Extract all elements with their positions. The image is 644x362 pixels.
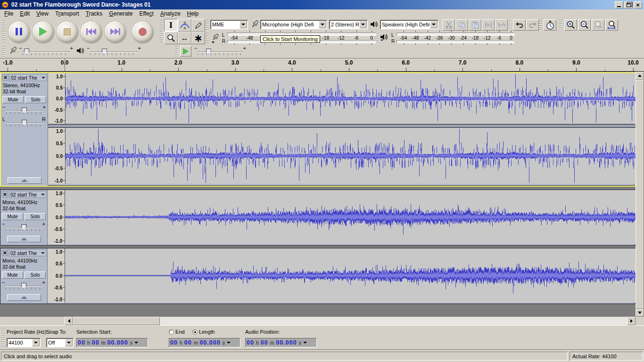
track-close-button[interactable]: ✕ [2, 191, 8, 197]
envelope-tool-button[interactable] [178, 19, 191, 32]
sync-lock-button[interactable] [544, 19, 556, 31]
track-panel-area[interactable]: ✕02 start TheStereo, 44100Hz32-bit float… [0, 72, 636, 317]
recording-device-dropdown-icon[interactable] [319, 21, 326, 28]
tools-toolbar-grip[interactable] [159, 19, 163, 44]
draw-tool-button[interactable] [191, 19, 205, 32]
waveform-display[interactable] [66, 128, 636, 184]
menu-generate[interactable]: Generate [106, 10, 136, 17]
scroll-down-button[interactable] [636, 309, 644, 317]
menu-file[interactable]: File [1, 10, 17, 17]
audio-host-select[interactable]: MME [210, 20, 248, 29]
end-radio[interactable]: End [169, 329, 185, 335]
track-close-button[interactable]: ✕ [2, 74, 8, 81]
menu-transport[interactable]: Transport [52, 10, 83, 17]
selection-start-field[interactable]: 00h00m00.000s [76, 338, 148, 347]
pan-slider[interactable]: LR [2, 118, 46, 127]
track-close-button[interactable]: ✕ [2, 250, 8, 256]
recording-channels-dropdown-icon[interactable] [359, 21, 367, 28]
zoom-toolbar-grip[interactable] [559, 20, 562, 30]
solo-button[interactable]: Solo [25, 96, 46, 103]
track-1[interactable]: ✕02 start TheStereo, 44100Hz32-bit float… [0, 72, 636, 187]
undo-button[interactable] [513, 19, 526, 31]
gain-slider[interactable]: −+ [2, 106, 46, 115]
audio-host-dropdown-icon[interactable] [239, 21, 247, 28]
gain-slider[interactable]: −+ [2, 223, 45, 231]
solo-button[interactable]: Solo [25, 213, 46, 220]
zoom-out-button[interactable] [578, 19, 591, 31]
audio-position-field[interactable]: 00h00m00.000s [245, 338, 317, 347]
horizontal-scroll-thumb[interactable] [73, 317, 160, 325]
vertical-scale-ruler[interactable]: 1.00.50.0-0.5-1.0 [48, 128, 66, 184]
vertical-scale-ruler[interactable]: 1.00.50.0-0.5-1.0 [48, 73, 66, 124]
collapse-track-button[interactable] [7, 294, 41, 301]
vertical-scale-ruler[interactable]: 1.00.50.0-0.5-1.0 [48, 190, 65, 244]
timeshift-tool-button[interactable]: ↔ [178, 32, 191, 44]
menu-view[interactable]: View [33, 10, 52, 17]
close-button[interactable]: × [634, 1, 642, 8]
project-rate-select[interactable]: 44100 [7, 338, 41, 347]
time-field-dropdown-icon[interactable] [227, 342, 231, 344]
snap-to-dropdown-icon[interactable] [65, 339, 73, 346]
zoom-in-button[interactable] [564, 19, 577, 31]
playback-speed-slider[interactable]: − + [194, 47, 246, 57]
recording-channels-select[interactable]: 2 (Stereo) Re [329, 20, 368, 29]
selection-length-field[interactable]: 00h00m00.000s [169, 338, 240, 347]
recording-device-select[interactable]: Microphone (High Defi [260, 20, 327, 29]
device-toolbar-grip[interactable] [206, 20, 209, 30]
silence-audio-button[interactable] [495, 19, 508, 31]
play-button[interactable] [32, 21, 54, 42]
record-button[interactable] [132, 21, 153, 42]
cut-button[interactable] [442, 19, 455, 31]
redo-button[interactable] [526, 19, 539, 31]
end-radio-icon[interactable] [169, 329, 174, 335]
time-field-dropdown-icon[interactable] [303, 342, 307, 344]
stop-button[interactable] [56, 21, 78, 42]
playback-volume-slider[interactable]: − + [87, 47, 141, 57]
time-field-dropdown-icon[interactable] [134, 342, 138, 344]
collapse-track-button[interactable] [8, 177, 41, 184]
playback-device-select[interactable]: Speakers (High Definit [380, 20, 438, 29]
collapse-track-button[interactable] [7, 236, 41, 242]
fit-selection-button[interactable] [592, 19, 604, 31]
pause-button[interactable] [8, 21, 30, 42]
vertical-scale-ruler[interactable]: 1.00.50.0-0.5-1.0 [48, 248, 65, 303]
mixer-toolbar-grip[interactable] [2, 47, 5, 57]
track-name-menu[interactable]: 02 start The [9, 249, 46, 256]
menu-help[interactable]: Help [184, 10, 202, 17]
scroll-up-button[interactable] [636, 72, 644, 80]
transport-toolbar-grip[interactable] [2, 19, 5, 44]
track-2[interactable]: ✕02 start TheMono, 44100Hz32-bit floatMu… [0, 189, 636, 246]
mute-button[interactable]: Mute [2, 213, 23, 220]
menu-analyze[interactable]: Analyze [157, 10, 184, 17]
fit-project-button[interactable] [605, 19, 618, 31]
synclock-toolbar-grip[interactable] [539, 20, 542, 30]
project-rate-dropdown-icon[interactable] [32, 339, 40, 346]
record-meter-mic-icon[interactable] [211, 33, 220, 43]
play-meter-speaker-icon[interactable] [380, 33, 388, 41]
waveform-display[interactable] [65, 248, 636, 303]
vertical-scroll-thumb[interactable] [636, 80, 644, 309]
scroll-right-button[interactable] [627, 317, 636, 325]
play-at-speed-button[interactable] [180, 46, 191, 57]
multi-tool-button[interactable]: ∗ [191, 32, 205, 44]
skip-to-start-button[interactable] [80, 21, 102, 42]
track-name-menu[interactable]: 02 start The [9, 74, 47, 81]
timeline-ruler[interactable]: -1.00.01.02.03.04.05.06.07.08.09.010.0 [0, 58, 644, 72]
track-name-menu[interactable]: 02 start The [9, 191, 46, 198]
waveform-display[interactable] [65, 190, 636, 244]
solo-button[interactable]: Solo [25, 272, 46, 279]
recording-volume-slider[interactable]: − + [19, 47, 73, 57]
gain-slider[interactable]: −+ [2, 281, 45, 290]
record-meter-grip[interactable] [206, 33, 209, 43]
paste-button[interactable] [469, 19, 481, 31]
menu-effect[interactable]: Effect [136, 10, 157, 17]
skip-to-end-button[interactable] [104, 21, 126, 42]
copy-button[interactable] [455, 19, 468, 31]
restore-button[interactable] [624, 1, 633, 8]
mute-button[interactable]: Mute [2, 96, 24, 103]
transcription-toolbar-grip[interactable] [174, 47, 178, 57]
play-meter-right-bar[interactable] [396, 40, 514, 43]
snap-to-select[interactable]: Off [46, 338, 74, 347]
horizontal-scrollbar[interactable] [0, 317, 644, 325]
waveform-display[interactable] [66, 73, 636, 124]
